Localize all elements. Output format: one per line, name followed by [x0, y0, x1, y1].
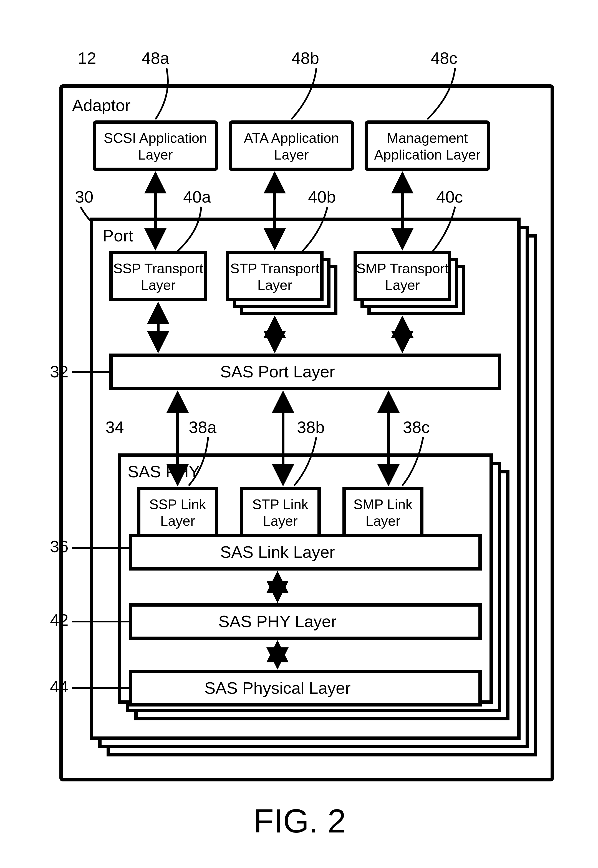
figure-label: FIG. 2 [253, 802, 346, 840]
app-scsi-l1: SCSI Application [104, 130, 207, 146]
sas-port-layer-label: SAS Port Layer [220, 362, 335, 381]
sas-phy-label: SAS PHY [128, 462, 200, 481]
ref-38c: 38c [403, 418, 430, 436]
ref-12: 12 [78, 49, 96, 67]
ref-36: 36 [50, 537, 69, 556]
ssp-link-l1: SSP Link [149, 497, 206, 512]
ssp-t-l1: SSP Transport [113, 261, 203, 276]
ssp-link-l2: Layer [160, 513, 195, 529]
ref-30: 30 [75, 188, 94, 206]
smp-link-l1: SMP Link [353, 497, 413, 512]
app-mgmt-l2: Application Layer [374, 147, 481, 163]
smp-link-l2: Layer [365, 513, 400, 529]
port-label: Port [103, 226, 133, 245]
app-scsi-l2: Layer [138, 147, 173, 163]
stp-t-l1: STP Transport [230, 261, 319, 276]
ref-48a: 48a [142, 49, 170, 67]
ref-44: 44 [50, 677, 69, 696]
smp-t-l1: SMP Transport [356, 261, 449, 276]
sas-link-layer-label: SAS Link Layer [220, 543, 335, 561]
ref-38a: 38a [189, 418, 217, 436]
ref-32: 32 [50, 362, 69, 381]
stp-t-l2: Layer [257, 278, 292, 293]
ssp-t-l2: Layer [141, 278, 175, 293]
app-ata-l2: Layer [274, 147, 309, 163]
ref-40a: 40a [183, 188, 211, 206]
stp-link-l1: STP Link [252, 497, 309, 512]
ref-34: 34 [105, 418, 124, 436]
ref-38b: 38b [297, 418, 325, 436]
ref-40c: 40c [436, 188, 463, 206]
app-mgmt-l1: Management [387, 130, 468, 146]
sas-phy-layer-label: SAS PHY Layer [218, 612, 336, 631]
ref-42: 42 [50, 611, 69, 629]
ref-48b: 48b [292, 49, 319, 67]
sas-physical-label: SAS Physical Layer [205, 679, 351, 697]
stp-link-l2: Layer [263, 513, 298, 529]
adaptor-label: Adaptor [72, 96, 130, 115]
smp-t-l2: Layer [385, 278, 420, 293]
ref-40b: 40b [308, 188, 336, 206]
app-ata-l1: ATA Application [244, 130, 339, 146]
ref-48c: 48c [431, 49, 457, 67]
